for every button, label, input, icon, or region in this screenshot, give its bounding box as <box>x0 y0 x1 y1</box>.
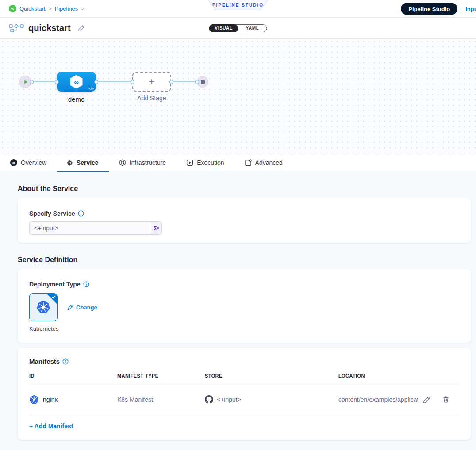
tab-label: Execution <box>197 159 224 166</box>
tab-label: Service <box>77 159 99 166</box>
tab-label: Infrastructure <box>130 159 166 166</box>
info-icon[interactable] <box>62 358 69 365</box>
edge-connector-dot <box>94 80 98 84</box>
change-link-label: Change <box>76 304 97 311</box>
overview-icon: ∞ <box>10 159 17 166</box>
kubernetes-caption: Kubernetes <box>29 325 459 332</box>
header-actions: Pipeline Studio Input <box>401 3 476 15</box>
breadcrumb-quickstart[interactable]: Quickstart <box>19 5 46 12</box>
edge-line <box>171 81 197 82</box>
manifest-id: nginx <box>43 396 58 403</box>
manifest-location: content/en/examples/applicat <box>338 396 418 403</box>
toggle-yaml[interactable]: YAML <box>238 25 267 32</box>
stage-node-demo[interactable]: ∞ </> <box>57 72 96 92</box>
tab-label: Overview <box>21 159 46 166</box>
play-square-icon <box>186 159 193 166</box>
specify-service-card: Specify Service Σˣ <box>18 198 471 243</box>
deployment-type-card: Deployment Type <box>18 269 471 343</box>
manifests-heading-label: Manifests <box>29 358 60 365</box>
change-deployment-type-link[interactable]: Change <box>67 304 97 311</box>
add-stage-button[interactable]: + <box>132 72 171 92</box>
edge-connector-dot <box>55 80 59 84</box>
input-link[interactable]: Input <box>465 5 476 12</box>
edit-manifest-icon[interactable] <box>423 396 431 404</box>
pipeline-canvas[interactable]: ∞ </> demo + Add Stage <box>0 39 476 153</box>
edge-connector-dot <box>30 80 34 84</box>
manifests-table: ID MANIFEST TYPE STORE LOCATION <box>29 373 459 415</box>
add-manifest-button[interactable]: + Add Manifest <box>29 423 73 430</box>
column-header-location: LOCATION <box>338 373 459 378</box>
service-input[interactable] <box>29 221 151 235</box>
toggle-visual[interactable]: VISUAL <box>209 24 238 32</box>
visual-yaml-toggle: VISUAL YAML <box>209 24 267 32</box>
infrastructure-icon <box>119 159 126 166</box>
manifest-type: K8s Manifest <box>117 396 205 403</box>
info-icon[interactable] <box>78 210 84 217</box>
kubernetes-icon <box>29 395 39 404</box>
column-header-store: STORE <box>205 373 338 378</box>
deployment-type-label: Deployment Type <box>29 281 81 288</box>
service-tab-content: About the Service Specify Service Σˣ Ser… <box>0 172 476 450</box>
edit-pipeline-name-icon[interactable] <box>78 24 85 32</box>
pipeline-name: quickstart <box>28 23 71 33</box>
stage-label: demo <box>57 95 96 103</box>
edge-connector-dot <box>131 80 134 84</box>
pipeline-studio-button[interactable]: Pipeline Studio <box>401 3 457 15</box>
kubernetes-tile[interactable] <box>29 293 58 321</box>
breadcrumb-pipelines[interactable]: Pipelines <box>55 5 78 12</box>
template-icon <box>245 159 252 166</box>
expression-button[interactable]: Σˣ <box>151 221 162 235</box>
manifest-store: <+input> <box>217 396 241 403</box>
manifests-table-header: ID MANIFEST TYPE STORE LOCATION <box>29 373 459 384</box>
tab-execution[interactable]: Execution <box>176 153 234 172</box>
check-icon <box>51 295 56 299</box>
service-definition-heading: Service Definition <box>18 256 471 264</box>
specify-service-label: Specify Service <box>29 210 75 217</box>
tab-service[interactable]: ⚙ Service <box>57 153 108 172</box>
about-service-heading: About the Service <box>18 185 471 193</box>
harness-cd-icon: ∞ <box>70 75 83 89</box>
breadcrumb: ∞ Quickstart > Pipelines > <box>9 5 84 12</box>
pipeline-icon <box>9 24 24 33</box>
pipeline-studio-badge: PIPELINE STUDIO <box>208 0 268 10</box>
column-header-manifest-type: MANIFEST TYPE <box>117 373 205 378</box>
pipeline-studio-page: ∞ Quickstart > Pipelines > PIPELINE STUD… <box>0 0 476 450</box>
github-icon <box>205 395 213 404</box>
stage-code-icon: </> <box>88 87 94 91</box>
breadcrumb-separator: > <box>49 6 52 12</box>
edge-line <box>96 81 132 82</box>
delete-manifest-icon[interactable] <box>442 396 449 403</box>
edge-connector-dot <box>195 80 199 84</box>
gear-icon: ⚙ <box>67 160 73 166</box>
plus-icon: + <box>149 76 155 88</box>
edge-line <box>31 81 57 82</box>
tab-overview[interactable]: ∞ Overview <box>0 153 57 172</box>
tab-label: Advanced <box>255 159 283 166</box>
stage-tabbar: ∞ Overview ⚙ Service Infrastructure Exec… <box>0 153 476 172</box>
top-header: ∞ Quickstart > Pipelines > PIPELINE STUD… <box>0 0 476 18</box>
project-icon: ∞ <box>9 5 16 12</box>
edge-connector-dot <box>169 80 173 84</box>
tab-infrastructure[interactable]: Infrastructure <box>109 153 176 172</box>
stop-icon <box>201 80 205 84</box>
pipeline-studio-badge-label: PIPELINE STUDIO <box>208 0 268 10</box>
tab-advanced[interactable]: Advanced <box>234 153 293 172</box>
pipeline-titlebar: quickstart VISUAL YAML <box>0 18 476 39</box>
add-stage-label: Add Stage <box>127 95 177 102</box>
breadcrumb-separator: > <box>81 6 84 12</box>
manifest-row[interactable]: nginx K8s Manifest <+input> content/en/e… <box>29 384 459 415</box>
column-header-id: ID <box>29 373 117 378</box>
manifests-card: Manifests ID MANIFEST TYPE STORE LOCATIO… <box>18 348 471 440</box>
info-icon[interactable] <box>83 281 89 287</box>
